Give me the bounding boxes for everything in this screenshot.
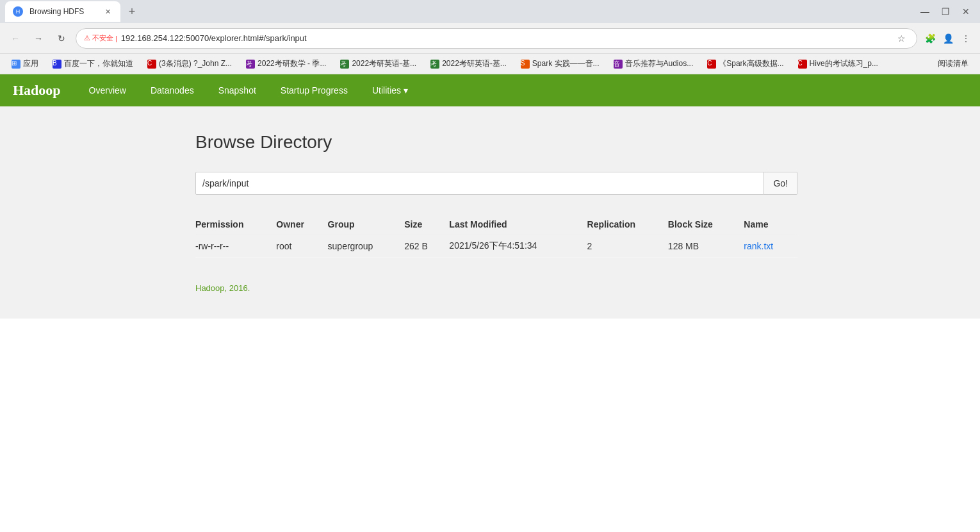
bookmark-favicon: C xyxy=(147,60,156,69)
profile-icon[interactable]: 👤 xyxy=(940,31,956,46)
bookmark-label: Hive的考试练习_p... xyxy=(810,58,878,69)
bookmark-label: 百度一下，你就知道 xyxy=(64,58,133,69)
reload-button[interactable]: ↻ xyxy=(53,29,70,47)
bookmark-favicon: C xyxy=(707,60,716,69)
bookmark-music[interactable]: 音 音乐推荐与Audios... xyxy=(608,57,699,71)
bookmark-favicon: S xyxy=(521,60,530,69)
col-permission: Permission xyxy=(195,214,276,235)
bookmark-baidu[interactable]: B 百度一下，你就知道 xyxy=(47,57,138,71)
tab-close-button[interactable]: ✕ xyxy=(102,6,113,17)
active-tab[interactable]: H Browsing HDFS ✕ xyxy=(5,1,120,22)
bookmark-icon[interactable]: ☆ xyxy=(894,31,909,46)
bookmark-eng2[interactable]: 考 2022考研英语-基... xyxy=(425,57,512,71)
menu-icon[interactable]: ⋮ xyxy=(958,31,974,46)
path-input[interactable] xyxy=(195,172,764,195)
bookmark-label: 《Spark高级数据... xyxy=(719,58,783,69)
bookmark-favicon: 音 xyxy=(614,60,623,69)
bookmark-icon: ⊞ xyxy=(12,60,20,69)
bookmarks-bar: ⊞ 应用 B 百度一下，你就知道 C (3条消息) ?_John Z... 考 … xyxy=(0,54,980,74)
bookmark-favicon: B xyxy=(53,60,61,69)
col-owner: Owner xyxy=(276,214,327,235)
path-search-row: Go! xyxy=(195,172,797,195)
table-row: -rw-r--r-- root supergroup 262 B 2021/5/… xyxy=(195,235,797,258)
new-tab-button[interactable]: + xyxy=(123,3,141,21)
bookmark-math[interactable]: 考 2022考研数学 - 季... xyxy=(241,57,331,71)
col-last-modified: Last Modified xyxy=(449,214,587,235)
nav-overview[interactable]: Overview xyxy=(80,80,135,101)
url-actions: ☆ xyxy=(894,31,909,46)
url-text: 192.168.254.122:50070/explorer.html#/spa… xyxy=(121,33,890,43)
bookmark-eng1[interactable]: 考 2022考研英语-基... xyxy=(335,57,421,71)
main-content: Browse Directory Go! Permission Owner Gr… xyxy=(170,106,810,319)
cell-owner: root xyxy=(276,235,327,258)
tab-bar: H Browsing HDFS ✕ + — ❐ ✕ xyxy=(0,0,980,23)
bookmark-favicon: 考 xyxy=(430,60,439,69)
extensions-icon[interactable]: 🧩 xyxy=(922,31,938,46)
cell-replication: 2 xyxy=(587,235,668,258)
maximize-button[interactable]: ❐ xyxy=(936,3,954,21)
reading-list-button[interactable]: 阅读清单 xyxy=(933,57,974,71)
minimize-button[interactable]: — xyxy=(916,3,934,21)
cell-group: supergroup xyxy=(328,235,405,258)
bookmark-label: Spark 实践——音... xyxy=(532,58,600,69)
back-button[interactable]: ← xyxy=(6,29,24,47)
file-link[interactable]: rank.txt xyxy=(744,241,773,251)
col-block-size: Block Size xyxy=(668,214,744,235)
address-bar: ← → ↻ ⚠ 不安全 | 192.168.254.122:50070/expl… xyxy=(0,23,980,54)
bookmark-label: 2022考研英语-基... xyxy=(352,58,416,69)
nav-datanodes[interactable]: Datanodes xyxy=(142,80,203,101)
bookmark-hive[interactable]: C Hive的考试练习_p... xyxy=(793,57,883,71)
page-title: Browse Directory xyxy=(195,132,797,153)
bookmark-favicon: 考 xyxy=(340,60,349,69)
bookmark-apps[interactable]: ⊞ 应用 xyxy=(6,57,44,71)
close-button[interactable]: ✕ xyxy=(957,3,975,21)
directory-table: Permission Owner Group Size Last Modifie… xyxy=(195,214,797,258)
tab-title: Browsing HDFS xyxy=(29,7,99,16)
col-size: Size xyxy=(404,214,449,235)
bookmark-label: (3条消息) ?_John Z... xyxy=(159,58,232,69)
window-controls: — ❐ ✕ xyxy=(916,3,975,21)
nav-snapshot[interactable]: Snapshot xyxy=(209,80,265,101)
cell-last-modified: 2021/5/26下午4:51:34 xyxy=(449,235,587,258)
bookmark-label: 2022考研英语-基... xyxy=(442,58,507,69)
table-body: -rw-r--r-- root supergroup 262 B 2021/5/… xyxy=(195,235,797,258)
table-header: Permission Owner Group Size Last Modifie… xyxy=(195,214,797,235)
forward-button[interactable]: → xyxy=(29,29,47,47)
cell-name: rank.txt xyxy=(744,235,797,258)
bookmark-favicon: C xyxy=(798,60,807,69)
hadoop-logo: Hadoop xyxy=(13,82,61,99)
cell-block-size: 128 MB xyxy=(668,235,744,258)
security-indicator: ⚠ 不安全 | xyxy=(84,33,117,43)
bookmark-spark-adv[interactable]: C 《Spark高级数据... xyxy=(702,57,788,71)
footer-text: Hadoop, 2016. xyxy=(195,283,797,293)
bookmark-favicon: 考 xyxy=(246,60,255,69)
bookmark-label: 应用 xyxy=(23,58,38,69)
col-name: Name xyxy=(744,214,797,235)
url-bar[interactable]: ⚠ 不安全 | 192.168.254.122:50070/explorer.h… xyxy=(76,28,917,49)
nav-startup-progress[interactable]: Startup Progress xyxy=(272,80,357,101)
hadoop-navbar: Hadoop Overview Datanodes Snapshot Start… xyxy=(0,74,980,106)
go-button[interactable]: Go! xyxy=(764,172,797,195)
col-group: Group xyxy=(328,214,405,235)
browser-actions: 🧩 👤 ⋮ xyxy=(922,31,974,46)
nav-utilities[interactable]: Utilities ▾ xyxy=(363,80,417,101)
bookmark-john[interactable]: C (3条消息) ?_John Z... xyxy=(142,57,237,71)
nav-links: Overview Datanodes Snapshot Startup Prog… xyxy=(80,80,417,101)
col-replication: Replication xyxy=(587,214,668,235)
cell-permission: -rw-r--r-- xyxy=(195,235,276,258)
cell-size: 262 B xyxy=(404,235,449,258)
bookmark-label: 音乐推荐与Audios... xyxy=(625,58,694,69)
bookmark-label: 2022考研数学 - 季... xyxy=(257,58,326,69)
bookmark-spark[interactable]: S Spark 实践——音... xyxy=(516,57,605,71)
tab-favicon: H xyxy=(13,6,23,17)
